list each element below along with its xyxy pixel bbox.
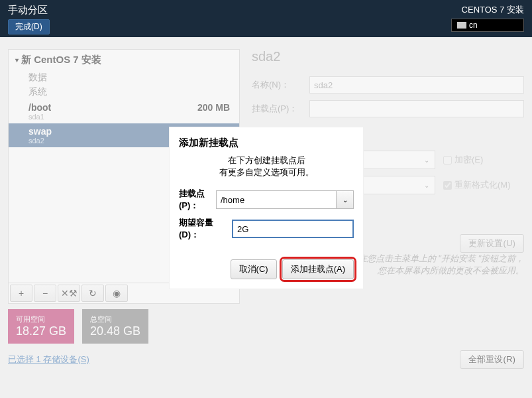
cancel-button[interactable]: 取消(C): [231, 259, 277, 279]
keyboard-icon: [457, 22, 466, 29]
add-mount-point-button[interactable]: 添加挂载点(A): [282, 259, 354, 279]
dialog-size-label: 期望容量(D)：: [179, 217, 227, 241]
dialog-mount-label: 挂载点(P)：: [179, 188, 211, 212]
done-button[interactable]: 完成(D): [8, 19, 50, 34]
keyboard-layout-label: cn: [469, 21, 478, 30]
app-header: 手动分区 完成(D) CENTOS 7 安装 cn: [0, 0, 532, 37]
add-mount-point-dialog: 添加新挂载点 在下方创建挂载点后 有更多自定义选项可用。 挂载点(P)： ⌄ 期…: [170, 127, 363, 289]
dialog-title: 添加新挂载点: [179, 137, 354, 149]
dialog-mount-combo[interactable]: ⌄: [216, 190, 354, 209]
dialog-mount-input[interactable]: [217, 191, 336, 208]
page-title: 手动分区: [8, 4, 50, 17]
installer-title: CENTOS 7 安装: [462, 4, 524, 16]
dialog-size-input[interactable]: [232, 220, 354, 238]
dialog-mount-dropdown-button[interactable]: ⌄: [336, 191, 353, 208]
keyboard-layout-indicator[interactable]: cn: [451, 19, 524, 32]
chevron-down-icon: ⌄: [343, 196, 348, 204]
dialog-description: 在下方创建挂载点后 有更多自定义选项可用。: [179, 155, 354, 178]
